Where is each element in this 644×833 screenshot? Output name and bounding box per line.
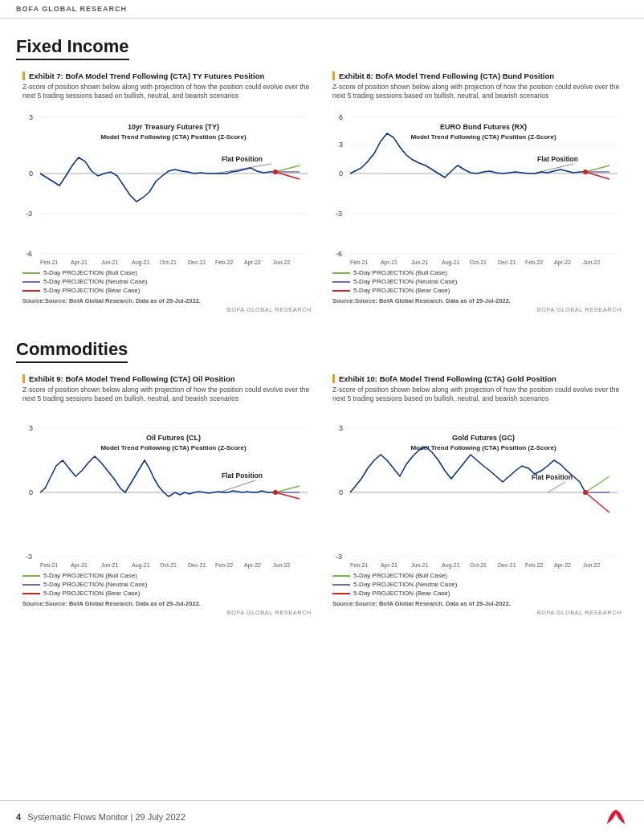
legend-bull-8: 5-Day PROJECTION (Bull Case) <box>332 269 622 276</box>
svg-text:Jun-22: Jun-22 <box>583 562 601 568</box>
chart-area-10: 3 0 -3 Gold Futures (GC) Model Trend Fol… <box>332 408 622 569</box>
footer-page-number: 4 <box>16 812 21 822</box>
svg-text:Feb-21: Feb-21 <box>40 259 58 265</box>
svg-text:3: 3 <box>339 141 343 149</box>
chart-source-9: Source:Source: BofA Global Research. Dat… <box>22 600 312 607</box>
chart-legend-9: 5-Day PROJECTION (Bull Case) 5-Day PROJE… <box>22 572 312 597</box>
svg-text:Aug-21: Aug-21 <box>132 562 150 569</box>
chart-area-7: 3 0 -3 -6 10yr Treasury Futures (TY) M <box>22 105 312 266</box>
legend-neutral-10: 5-Day PROJECTION (Neutral Case) <box>332 581 622 588</box>
legend-bear-8: 5-Day PROJECTION (Bear Case) <box>332 287 622 294</box>
exhibit-title-9: Exhibit 9: BofA Model Trend Following (C… <box>22 374 312 383</box>
page-footer: 4 Systematic Flows Monitor | 29 July 202… <box>0 800 644 833</box>
legend-line-neutral-9 <box>22 584 40 586</box>
legend-bull-10: 5-Day PROJECTION (Bull Case) <box>332 572 622 579</box>
svg-text:Dec-21: Dec-21 <box>188 562 206 568</box>
legend-bear-9: 5-Day PROJECTION (Bear Case) <box>22 590 312 597</box>
chart-svg-8: 6 3 0 -3 -6 EURO Bund F <box>332 105 622 266</box>
exhibit-subtitle-8: Z-score of position shown below along wi… <box>332 83 622 100</box>
svg-text:Oct-21: Oct-21 <box>160 562 177 568</box>
page-wrapper: BofA GLOBAL RESEARCH Fixed Income Exhibi… <box>0 0 644 833</box>
svg-text:Apr-21: Apr-21 <box>71 562 88 569</box>
svg-text:Apr-22: Apr-22 <box>244 562 261 569</box>
chart-card-10: Exhibit 10: BofA Model Trend Following (… <box>326 370 628 621</box>
svg-point-15 <box>273 169 278 174</box>
legend-bull-9: 5-Day PROJECTION (Bull Case) <box>22 572 312 579</box>
chart-source-8: Source:Source: BofA Global Research. Dat… <box>332 297 622 304</box>
svg-text:10yr Treasury Futures (TY): 10yr Treasury Futures (TY) <box>128 123 219 131</box>
svg-text:-3: -3 <box>26 553 32 561</box>
svg-text:Aug-21: Aug-21 <box>442 259 460 266</box>
svg-line-14 <box>275 172 300 179</box>
chart-area-9: 3 0 -3 Oil Futures (CL) Model Trend Foll… <box>22 408 312 569</box>
legend-neutral-8: 5-Day PROJECTION (Neutral Case) <box>332 278 622 285</box>
legend-line-bear-9 <box>22 593 40 594</box>
chart-legend-8: 5-Day PROJECTION (Bull Case) 5-Day PROJE… <box>332 269 622 294</box>
header-title: BofA GLOBAL RESEARCH <box>16 5 127 13</box>
svg-text:Jun-21: Jun-21 <box>101 562 119 568</box>
chart-card-8: Exhibit 8: BofA Model Trend Following (C… <box>326 67 628 318</box>
watermark-8: BOFA GLOBAL RESEARCH <box>332 306 622 313</box>
main-content: Fixed Income Exhibit 7: BofA Model Trend… <box>0 18 644 682</box>
svg-text:Jun-21: Jun-21 <box>411 259 429 265</box>
svg-text:3: 3 <box>339 424 343 432</box>
svg-text:Feb-21: Feb-21 <box>40 562 58 568</box>
legend-bear-10: 5-Day PROJECTION (Bear Case) <box>332 590 622 597</box>
section-title-commodities: Commodities <box>16 339 128 363</box>
svg-text:Feb-21: Feb-21 <box>350 259 368 265</box>
watermark-7: BOFA GLOBAL RESEARCH <box>22 306 312 313</box>
legend-line-neutral-7 <box>22 281 40 283</box>
svg-text:Feb-21: Feb-21 <box>350 562 368 568</box>
chart-svg-7: 3 0 -3 -6 10yr Treasury Futures (TY) M <box>22 105 312 266</box>
svg-text:-3: -3 <box>336 210 342 218</box>
watermark-10: BOFA GLOBAL RESEARCH <box>332 609 622 616</box>
watermark-9: BOFA GLOBAL RESEARCH <box>22 609 312 616</box>
legend-neutral-7: 5-Day PROJECTION (Neutral Case) <box>22 278 312 285</box>
svg-text:Jun-22: Jun-22 <box>583 259 601 265</box>
page-header: BofA GLOBAL RESEARCH <box>0 0 644 18</box>
exhibit-title-7: Exhibit 7: BofA Model Trend Following (C… <box>22 71 312 80</box>
svg-point-88 <box>583 490 588 495</box>
svg-text:6: 6 <box>339 113 343 121</box>
chart-svg-9: 3 0 -3 Oil Futures (CL) Model Trend Foll… <box>22 408 312 569</box>
svg-line-83 <box>548 482 565 492</box>
svg-line-62 <box>275 486 300 492</box>
svg-text:Flat Position: Flat Position <box>222 155 263 163</box>
chart-card-9: Exhibit 9: BofA Model Trend Following (C… <box>16 370 318 621</box>
svg-line-12 <box>275 165 300 172</box>
svg-line-64 <box>275 492 300 499</box>
svg-text:-3: -3 <box>26 210 32 218</box>
svg-text:Oct-21: Oct-21 <box>470 562 487 568</box>
legend-line-bear-7 <box>22 290 40 292</box>
svg-text:Apr-21: Apr-21 <box>71 259 88 266</box>
svg-text:Apr-21: Apr-21 <box>381 259 397 266</box>
svg-line-39 <box>585 165 609 172</box>
exhibit-subtitle-7: Z-score of position shown below along wi… <box>22 83 312 100</box>
svg-text:Flat Position: Flat Position <box>222 472 263 480</box>
svg-text:Oct-21: Oct-21 <box>470 259 487 265</box>
svg-text:Model Trend Following (CTA) Po: Model Trend Following (CTA) Position (Z-… <box>410 444 556 451</box>
svg-point-65 <box>273 490 278 495</box>
legend-line-bear-8 <box>332 290 350 292</box>
chart-card-7: Exhibit 7: BofA Model Trend Following (C… <box>16 67 318 318</box>
svg-text:Flat Position: Flat Position <box>532 473 573 481</box>
svg-text:Apr-22: Apr-22 <box>554 259 571 266</box>
legend-line-bull-9 <box>22 575 40 577</box>
chart-svg-10: 3 0 -3 Gold Futures (GC) Model Trend Fol… <box>332 408 622 569</box>
svg-text:Dec-21: Dec-21 <box>498 259 516 265</box>
exhibit-subtitle-10: Z-score of position shown below along wi… <box>332 386 622 403</box>
svg-text:-3: -3 <box>336 553 342 561</box>
svg-text:Jun-21: Jun-21 <box>411 562 429 568</box>
svg-text:Model Trend Following (CTA) Po: Model Trend Following (CTA) Position (Z-… <box>100 444 247 451</box>
svg-line-41 <box>585 172 609 179</box>
svg-text:Flat Position: Flat Position <box>537 155 578 163</box>
svg-text:Aug-21: Aug-21 <box>442 562 460 569</box>
svg-text:Model Trend Following (CTA) Po: Model Trend Following (CTA) Position (Z-… <box>100 133 247 141</box>
exhibit-title-10: Exhibit 10: BofA Model Trend Following (… <box>332 374 622 383</box>
svg-text:Apr-22: Apr-22 <box>554 562 571 569</box>
svg-text:Aug-21: Aug-21 <box>132 259 150 266</box>
svg-text:Feb-22: Feb-22 <box>215 259 233 265</box>
svg-text:Apr-22: Apr-22 <box>244 259 261 266</box>
legend-line-neutral-10 <box>332 584 350 586</box>
svg-text:Jun-21: Jun-21 <box>101 259 119 265</box>
